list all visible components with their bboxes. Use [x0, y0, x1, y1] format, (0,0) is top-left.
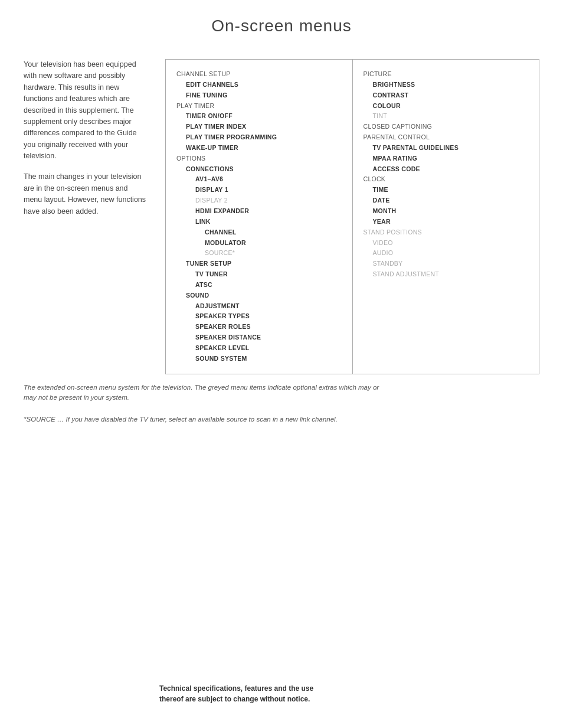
- menu-item: PLAY TIMER PROGRAMMING: [186, 132, 344, 143]
- menu-item: AV1–AV6: [195, 174, 344, 185]
- menu-item: WAKE-UP TIMER: [186, 143, 344, 154]
- page-title: On-screen menus: [0, 17, 563, 35]
- menu-item: AUDIO: [373, 248, 531, 259]
- menu-item: TINT: [373, 111, 531, 122]
- menu-item: PLAY TIMER: [176, 101, 344, 112]
- menu-item: DATE: [373, 195, 531, 206]
- footer-text: Technical specifications, features and t…: [159, 683, 313, 704]
- menu-item: VIDEO: [373, 238, 531, 249]
- menu-item: ATSC: [195, 280, 344, 290]
- menu-item: CONNECTIONS: [186, 164, 344, 175]
- menu-item: STAND ADJUSTMENT: [373, 269, 531, 280]
- menu-item: BRIGHTNESS: [373, 80, 531, 90]
- menu-item: DISPLAY 1: [195, 185, 344, 195]
- menu-item: FINE TUNING: [186, 90, 344, 101]
- menu-item: CHANNEL: [205, 227, 344, 238]
- menu-item: SOURCE*: [205, 248, 344, 259]
- menu-item: STAND POSITIONS: [364, 227, 531, 238]
- page-header: On-screen menus: [0, 0, 563, 59]
- description-paragraph2: The main changes in your television are …: [24, 171, 148, 217]
- menu-item: CLOCK: [364, 174, 531, 185]
- menu-item: YEAR: [373, 217, 531, 227]
- menu-item: TV PARENTAL GUIDELINES: [373, 143, 531, 154]
- menu-item: TV TUNER: [195, 269, 344, 280]
- description-paragraph1: Your television has been equipped with n…: [24, 59, 148, 162]
- left-description: Your television has been equipped with n…: [24, 59, 148, 374]
- menu-item: SOUND: [186, 290, 344, 301]
- menu-item: SPEAKER ROLES: [195, 322, 344, 332]
- menu-column-left: CHANNEL SETUPEDIT CHANNELSFINE TUNINGPLA…: [166, 60, 353, 374]
- menu-item: TIME: [373, 185, 531, 195]
- menu-item: EDIT CHANNELS: [186, 80, 344, 90]
- menu-item: COLOUR: [373, 101, 531, 112]
- menu-item: ACCESS CODE: [373, 164, 531, 175]
- menu-item: SPEAKER LEVEL: [195, 343, 344, 354]
- menu-item: ADJUSTMENT: [195, 301, 344, 312]
- menu-item: CONTRAST: [373, 90, 531, 101]
- menu-item: SOUND SYSTEM: [195, 354, 344, 364]
- menu-caption: The extended on-screen menu system for t…: [0, 383, 413, 403]
- menu-item: STANDBY: [373, 259, 531, 269]
- menu-diagram: CHANNEL SETUPEDIT CHANNELSFINE TUNINGPLA…: [165, 59, 539, 374]
- menu-item: SPEAKER TYPES: [195, 311, 344, 322]
- menu-item: TUNER SETUP: [186, 259, 344, 269]
- main-content: Your television has been equipped with n…: [0, 59, 563, 374]
- menu-item: LINK: [195, 217, 344, 227]
- menu-item: PARENTAL CONTROL: [364, 132, 531, 143]
- menu-item: PLAY TIMER INDEX: [186, 122, 344, 132]
- menu-item: MPAA RATING: [373, 154, 531, 164]
- footer-line1: Technical specifications, features and t…: [159, 683, 313, 694]
- menu-item: TIMER ON/OFF: [186, 111, 344, 122]
- page-wrapper: On-screen menus Your television has been…: [0, 0, 563, 728]
- footer-line2: thereof are subject to change without no…: [159, 694, 313, 704]
- source-note: *SOURCE … If you have disabled the TV tu…: [0, 414, 563, 425]
- menu-item: PICTURE: [364, 69, 531, 80]
- menu-item: CLOSED CAPTIONING: [364, 122, 531, 132]
- menu-item: SPEAKER DISTANCE: [195, 332, 344, 343]
- menu-item: OPTIONS: [176, 154, 344, 164]
- menu-item: MODULATOR: [205, 238, 344, 249]
- menu-item: CHANNEL SETUP: [176, 69, 344, 80]
- menu-item: MONTH: [373, 206, 531, 217]
- menu-item: HDMI EXPANDER: [195, 206, 344, 217]
- menu-column-right: PICTUREBRIGHTNESSCONTRASTCOLOURTINTCLOSE…: [353, 60, 539, 374]
- menu-item: DISPLAY 2: [195, 195, 344, 206]
